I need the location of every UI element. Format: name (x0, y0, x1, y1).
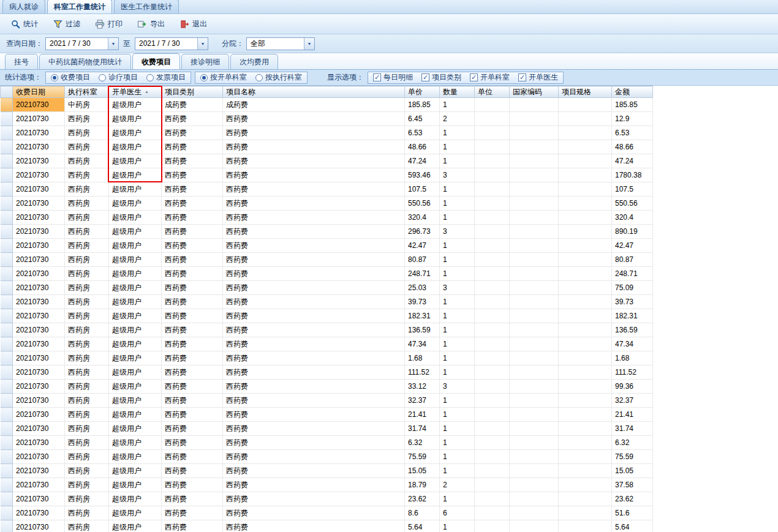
table-row[interactable]: 20210730西药房超级用户西药费西药费39.73139.73 (1, 295, 653, 309)
cell-item-category[interactable]: 西药费 (162, 182, 223, 197)
cell-exec-dept[interactable]: 西药房 (65, 140, 109, 154)
cell-amount[interactable]: 23.62 (612, 492, 653, 506)
cell-item-name[interactable]: 西药费 (223, 394, 405, 408)
cell-amount[interactable]: 111.52 (612, 365, 653, 380)
row-selector[interactable] (1, 182, 13, 197)
cell-item-spec[interactable] (559, 182, 612, 197)
cell-amount[interactable]: 182.31 (612, 309, 653, 323)
cell-item-name[interactable]: 西药费 (223, 464, 405, 478)
top-tab-dept-workload[interactable]: 科室工作量统计 (47, 0, 112, 13)
cell-unit[interactable] (475, 323, 510, 337)
cell-item-spec[interactable] (559, 281, 612, 295)
cell-ordering-doctor[interactable]: 超级用户 (109, 450, 162, 464)
cell-item-category[interactable]: 西药费 (162, 323, 223, 337)
cell-unit[interactable] (475, 98, 510, 112)
cell-ordering-doctor[interactable]: 超级用户 (109, 422, 162, 436)
cell-item-name[interactable]: 西药费 (223, 351, 405, 365)
date-to-picker[interactable]: 2021 / 7 / 30 ▼ (135, 37, 208, 50)
cell-amount[interactable]: 47.34 (612, 337, 653, 351)
cell-unit[interactable] (475, 225, 510, 239)
cell-amount[interactable]: 75.09 (612, 281, 653, 295)
export-button[interactable]: 导出 (132, 17, 170, 31)
cell-item-spec[interactable] (559, 211, 612, 225)
cell-item-category[interactable]: 西药费 (162, 436, 223, 450)
cell-item-category[interactable]: 西药费 (162, 478, 223, 492)
row-selector[interactable] (1, 239, 13, 253)
cell-item-name[interactable]: 西药费 (223, 182, 405, 197)
cell-ordering-doctor[interactable]: 超级用户 (109, 492, 162, 506)
column-header-ordering-doctor[interactable]: 开单医生▲ (109, 86, 162, 98)
table-row[interactable]: 20210730西药房超级用户西药费西药费75.59175.59 (1, 450, 653, 464)
cell-item-category[interactable]: 西药费 (162, 450, 223, 464)
cell-unit[interactable] (475, 295, 510, 309)
cell-unit[interactable] (475, 168, 510, 182)
cell-ordering-doctor[interactable]: 超级用户 (109, 239, 162, 253)
cell-unit-price[interactable]: 80.87 (405, 253, 440, 267)
cell-unit[interactable] (475, 253, 510, 267)
cell-amount[interactable]: 37.58 (612, 478, 653, 492)
cell-amount[interactable]: 21.41 (612, 408, 653, 422)
cell-ordering-doctor[interactable]: 超级用户 (109, 478, 162, 492)
cell-item-name[interactable]: 成药费 (223, 98, 405, 112)
cell-ordering-doctor[interactable]: 超级用户 (109, 394, 162, 408)
cell-charge-date[interactable]: 20210730 (13, 422, 65, 436)
cell-item-name[interactable]: 西药费 (223, 126, 405, 140)
cell-charge-date[interactable]: 20210730 (13, 520, 65, 532)
row-selector[interactable] (1, 436, 13, 450)
cell-ordering-doctor[interactable]: 超级用户 (109, 309, 162, 323)
cell-item-spec[interactable] (559, 351, 612, 365)
cell-amount[interactable]: 12.9 (612, 112, 653, 126)
row-selector[interactable] (1, 351, 13, 365)
cell-amount[interactable]: 6.32 (612, 436, 653, 450)
cell-unit-price[interactable]: 25.03 (405, 281, 440, 295)
cell-item-name[interactable]: 西药费 (223, 365, 405, 380)
cell-unit-price[interactable]: 6.53 (405, 126, 440, 140)
cell-item-category[interactable]: 西药费 (162, 211, 223, 225)
cell-exec-dept[interactable]: 西药房 (65, 478, 109, 492)
cell-ordering-doctor[interactable]: 超级用户 (109, 267, 162, 281)
table-row[interactable]: 20210730西药房超级用户西药费西药费23.62123.62 (1, 492, 653, 506)
report-tab-registration[interactable]: 挂号 (5, 54, 38, 69)
cell-item-spec[interactable] (559, 520, 612, 532)
cell-unit[interactable] (475, 337, 510, 351)
cell-national-code[interactable] (510, 211, 559, 225)
cell-item-spec[interactable] (559, 365, 612, 380)
cell-unit-price[interactable]: 21.41 (405, 408, 440, 422)
cell-unit[interactable] (475, 211, 510, 225)
row-selector[interactable] (1, 323, 13, 337)
cell-quantity[interactable]: 2 (440, 478, 475, 492)
cell-exec-dept[interactable]: 中药房 (65, 98, 109, 112)
cell-unit[interactable] (475, 506, 510, 520)
cell-unit[interactable] (475, 492, 510, 506)
cell-unit[interactable] (475, 408, 510, 422)
cell-amount[interactable]: 80.87 (612, 253, 653, 267)
cell-amount[interactable]: 185.85 (612, 98, 653, 112)
cell-charge-date[interactable]: 20210730 (13, 506, 65, 520)
chevron-down-icon[interactable]: ▼ (304, 38, 314, 50)
cell-unit[interactable] (475, 182, 510, 197)
cell-charge-date[interactable]: 20210730 (13, 197, 65, 211)
cell-item-spec[interactable] (559, 253, 612, 267)
cell-ordering-doctor[interactable]: 超级用户 (109, 436, 162, 450)
cell-item-category[interactable]: 西药费 (162, 422, 223, 436)
cell-exec-dept[interactable]: 西药房 (65, 337, 109, 351)
checkbox-daily-detail[interactable]: ✓每日明细 (373, 72, 413, 83)
cell-exec-dept[interactable]: 西药房 (65, 492, 109, 506)
cell-charge-date[interactable]: 20210730 (13, 394, 65, 408)
cell-item-spec[interactable] (559, 267, 612, 281)
cell-unit[interactable] (475, 126, 510, 140)
cell-item-spec[interactable] (559, 506, 612, 520)
stats-button[interactable]: 统计 (5, 17, 43, 31)
cell-charge-date[interactable]: 20210730 (13, 492, 65, 506)
cell-national-code[interactable] (510, 225, 559, 239)
radio-invoice-items[interactable]: 发票项目 (146, 72, 186, 83)
cell-charge-date[interactable]: 20210730 (13, 112, 65, 126)
cell-amount[interactable]: 32.37 (612, 394, 653, 408)
cell-amount[interactable]: 320.4 (612, 211, 653, 225)
cell-unit[interactable] (475, 197, 510, 211)
row-selector[interactable] (1, 225, 13, 239)
cell-item-spec[interactable] (559, 225, 612, 239)
cell-amount[interactable]: 5.64 (612, 520, 653, 532)
cell-exec-dept[interactable]: 西药房 (65, 380, 109, 394)
cell-item-category[interactable]: 西药费 (162, 351, 223, 365)
